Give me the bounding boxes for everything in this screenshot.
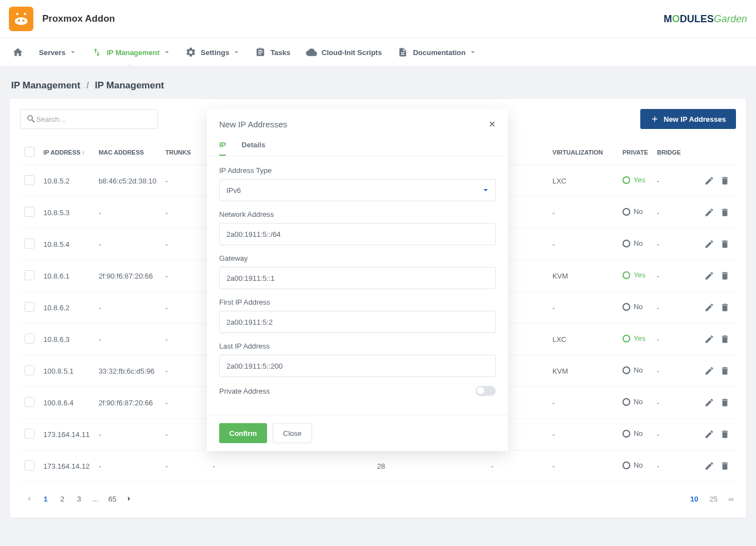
page-1[interactable]: 1 [39, 492, 52, 505]
delete-button[interactable] [718, 459, 732, 473]
cell-virt: LXC [548, 165, 618, 197]
nav-cloud-init[interactable]: Cloud-Init Scripts [298, 38, 389, 67]
page-65[interactable]: 65 [106, 492, 119, 505]
modal-tabs: IP Details [207, 135, 508, 156]
nav-settings[interactable]: Settings [177, 38, 247, 67]
delete-button[interactable] [718, 174, 732, 187]
home-icon [12, 47, 23, 58]
edit-button[interactable] [703, 396, 716, 409]
row-checkbox[interactable] [24, 460, 34, 470]
delete-button[interactable] [718, 269, 732, 282]
row-checkbox[interactable] [24, 429, 34, 439]
label-last-ip: Last IP Address [219, 342, 496, 350]
circle-icon [622, 335, 630, 343]
search-input[interactable] [36, 115, 152, 123]
row-checkbox[interactable] [24, 270, 34, 280]
page-prev[interactable] [22, 492, 36, 505]
cell-ip: 10.8.6.3 [39, 324, 94, 355]
nav-documentation[interactable]: Documentation [389, 38, 483, 67]
cell-bridge: - [653, 355, 691, 387]
private-no: No [622, 302, 643, 311]
close-button[interactable]: Close [273, 423, 312, 443]
edit-button[interactable] [703, 237, 716, 251]
delete-button[interactable] [718, 428, 732, 441]
document-icon [397, 47, 408, 58]
col-trunks[interactable]: TRUNKS [161, 140, 208, 165]
page-3[interactable]: 3 [72, 492, 86, 505]
clipboard-icon [255, 47, 266, 58]
delete-button[interactable] [718, 332, 732, 346]
delete-button[interactable] [718, 364, 732, 378]
cell-virt: LXC [548, 324, 618, 355]
row-checkbox[interactable] [24, 207, 34, 217]
size-∞[interactable]: ∞ [729, 495, 734, 503]
last-ip-input[interactable] [219, 355, 496, 377]
row-checkbox[interactable] [24, 175, 34, 185]
col-virt[interactable]: VIRTUALIZATION [548, 140, 618, 165]
pencil-icon [704, 429, 714, 439]
gateway-input[interactable] [219, 267, 496, 289]
nav-settings-label: Settings [201, 48, 229, 57]
new-ip-button[interactable]: New IP Addresses [640, 109, 736, 129]
nav-servers[interactable]: Servers [31, 38, 83, 67]
row-checkbox[interactable] [24, 334, 34, 344]
delete-button[interactable] [718, 301, 732, 314]
tab-ip[interactable]: IP [219, 135, 226, 156]
cell-virt: KVM [548, 260, 618, 292]
chevron-down-icon [470, 49, 476, 55]
delete-button[interactable] [718, 206, 732, 219]
delete-button[interactable] [718, 396, 732, 409]
private-toggle[interactable] [476, 386, 496, 396]
nav-home[interactable] [4, 38, 31, 67]
size-25[interactable]: 25 [709, 495, 717, 503]
brand-logo: MODULESGarden [664, 13, 747, 25]
cell-virt: - [548, 229, 618, 260]
row-checkbox[interactable] [24, 365, 34, 375]
close-icon[interactable]: ✕ [488, 119, 496, 130]
edit-button[interactable] [703, 459, 716, 473]
main-nav: Servers IP Management Settings Tasks Clo… [0, 38, 756, 67]
edit-button[interactable] [703, 301, 716, 314]
circle-icon [622, 303, 630, 311]
col-ip[interactable]: IP ADDRESS [43, 149, 81, 156]
modal-title: New IP Addresses [219, 120, 287, 129]
ip-type-select[interactable] [219, 179, 496, 201]
search-box[interactable] [20, 109, 158, 129]
page-next[interactable] [122, 492, 136, 505]
edit-button[interactable] [703, 269, 716, 282]
row-checkbox[interactable] [24, 239, 34, 249]
circle-icon [622, 430, 630, 438]
nav-docs-label: Documentation [413, 48, 466, 57]
cell-virt: - [548, 197, 618, 229]
svg-point-2 [18, 19, 20, 22]
confirm-button[interactable]: Confirm [219, 423, 267, 443]
col-bridge[interactable]: BRIDGE [653, 140, 691, 165]
row-checkbox[interactable] [24, 302, 34, 312]
tab-details[interactable]: Details [241, 135, 265, 156]
network-input[interactable] [219, 223, 496, 245]
page-2[interactable]: 2 [56, 492, 69, 505]
ip-type-value[interactable] [219, 179, 496, 201]
col-mac[interactable]: MAC ADDRESS [94, 140, 161, 165]
edit-button[interactable] [703, 174, 716, 187]
cell-mac: 33:32:fb:6c:d5:96 [94, 355, 161, 387]
first-ip-input[interactable] [219, 311, 496, 333]
size-10[interactable]: 10 [690, 495, 698, 503]
edit-button[interactable] [703, 332, 716, 346]
chevron-left-icon [26, 495, 32, 502]
cell-mac: 2f:90:f6:87:20:66 [94, 260, 161, 292]
select-all-checkbox[interactable] [24, 147, 34, 157]
edit-button[interactable] [703, 428, 716, 441]
edit-button[interactable] [703, 364, 716, 378]
edit-button[interactable] [703, 206, 716, 219]
pencil-icon [704, 398, 714, 408]
cell-mac: - [94, 450, 161, 482]
nav-tasks[interactable]: Tasks [247, 38, 298, 67]
cell-ip: 10.8.5.3 [39, 197, 94, 229]
nav-ip-management[interactable]: IP Management [83, 38, 177, 67]
delete-button[interactable] [718, 237, 732, 251]
page-...[interactable]: ... [89, 492, 102, 505]
cell-private: Yes [618, 165, 653, 197]
col-private[interactable]: PRIVATE [618, 140, 653, 165]
row-checkbox[interactable] [24, 397, 34, 407]
